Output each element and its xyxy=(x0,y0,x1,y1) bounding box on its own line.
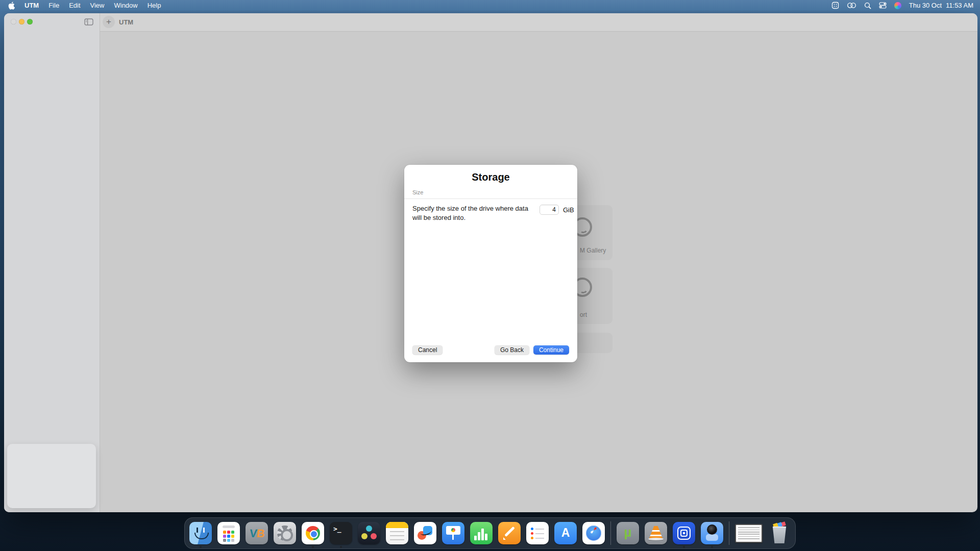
vm-sidebar xyxy=(4,13,100,512)
spotlight-icon[interactable] xyxy=(864,2,871,9)
dock-item-screen-studio[interactable] xyxy=(701,517,723,549)
dock-divider xyxy=(729,521,729,545)
menu-item-window[interactable]: Window xyxy=(114,2,137,9)
chrome-icon xyxy=(302,522,324,544)
dock-item-utm[interactable] xyxy=(673,517,695,549)
continue-button[interactable]: Continue xyxy=(533,345,569,355)
dock-item-keynote[interactable] xyxy=(442,517,464,549)
screen-studio-icon xyxy=(701,522,723,544)
menu-item-utm[interactable]: UTM xyxy=(24,2,39,9)
reminders-icon xyxy=(526,522,549,544)
menu-bar: UTMFileEditViewWindowHelp Thu 30 Oct 11:… xyxy=(0,0,980,11)
card-label: M Gallery xyxy=(580,247,606,254)
dock-item-numbers[interactable] xyxy=(470,517,493,549)
app-store-icon xyxy=(554,522,577,544)
menu-item-help[interactable]: Help xyxy=(148,2,161,9)
size-section-label: Size xyxy=(412,189,423,195)
screen-mirroring-icon[interactable] xyxy=(847,2,856,9)
dialog-divider xyxy=(404,198,577,199)
pages-icon xyxy=(498,522,521,544)
safari-icon xyxy=(582,522,605,544)
dock-item-terminal[interactable] xyxy=(330,517,352,549)
dock-item-vlc[interactable] xyxy=(645,517,667,549)
dock-item-system-settings[interactable] xyxy=(274,517,296,549)
virtualbuddy-icon xyxy=(246,522,268,544)
dock-item-trash[interactable] xyxy=(768,517,791,549)
dock-item-notes[interactable] xyxy=(386,517,408,549)
notes-icon xyxy=(386,522,408,544)
dock-item-pages[interactable] xyxy=(498,517,521,549)
dock-divider xyxy=(610,521,611,545)
sidebar-panel xyxy=(7,444,96,508)
menubar-time: 11:53 AM xyxy=(946,2,973,9)
dialog-title: Storage xyxy=(404,171,577,183)
device-frame-icon[interactable] xyxy=(831,2,839,9)
desktop: UTMFileEditViewWindowHelp Thu 30 Oct 11:… xyxy=(0,0,980,551)
numbers-icon xyxy=(470,522,493,544)
card-label: ort xyxy=(580,311,587,318)
size-unit-label: GiB xyxy=(563,206,574,214)
new-vm-button[interactable]: + xyxy=(103,16,115,28)
finder-icon xyxy=(189,522,212,544)
keynote-icon xyxy=(442,522,464,544)
running-indicator xyxy=(312,546,314,548)
running-indicator xyxy=(340,546,342,548)
dock-item-finder[interactable] xyxy=(189,517,212,549)
dock-item-utorrent[interactable] xyxy=(617,517,639,549)
control-center-icon[interactable] xyxy=(879,2,887,9)
storage-dialog: Storage Size Specify the size of the dri… xyxy=(404,165,577,362)
dock-item-safari[interactable] xyxy=(582,517,605,549)
dock-item-virtualbuddy[interactable] xyxy=(246,517,268,549)
terminal-icon xyxy=(330,522,352,544)
trash-icon xyxy=(768,522,791,544)
running-indicator xyxy=(200,546,202,548)
sidebar-toggle-icon[interactable] xyxy=(84,18,93,26)
launchpad-icon xyxy=(217,522,240,544)
menu-item-view[interactable]: View xyxy=(90,2,105,9)
dock xyxy=(184,517,796,549)
menubar-date: Thu 30 Oct xyxy=(909,2,942,9)
running-indicator xyxy=(711,546,713,548)
zoom-button[interactable] xyxy=(27,19,33,24)
size-description: Specify the size of the drive where data… xyxy=(412,204,534,222)
running-indicator xyxy=(683,546,685,548)
cancel-button[interactable]: Cancel xyxy=(412,345,443,355)
dock-item-app-store[interactable] xyxy=(554,517,577,549)
system-settings-icon xyxy=(274,522,296,544)
dock-item-chrome[interactable] xyxy=(302,517,324,549)
window-title: UTM xyxy=(119,18,133,26)
siri-icon[interactable] xyxy=(894,2,901,9)
window-titlebar xyxy=(100,13,977,32)
dock-item-freeform[interactable] xyxy=(414,517,436,549)
vlc-icon xyxy=(645,522,667,544)
dock-item-minimized-window[interactable] xyxy=(735,517,763,549)
close-button[interactable] xyxy=(11,19,16,24)
minimized-window-icon xyxy=(735,524,763,543)
apple-icon[interactable] xyxy=(8,2,15,10)
size-input[interactable] xyxy=(540,205,559,215)
utorrent-icon xyxy=(617,522,639,544)
dock-item-reminders[interactable] xyxy=(526,517,549,549)
dock-item-davinci-resolve[interactable] xyxy=(358,517,380,549)
utm-icon xyxy=(673,522,695,544)
go-back-button[interactable]: Go Back xyxy=(495,345,529,355)
menubar-clock[interactable]: Thu 30 Oct 11:53 AM xyxy=(909,2,973,9)
freeform-icon xyxy=(414,522,436,544)
menu-item-file[interactable]: File xyxy=(48,2,59,9)
davinci-resolve-icon xyxy=(358,522,380,544)
minimize-button[interactable] xyxy=(19,19,24,24)
menu-item-edit[interactable]: Edit xyxy=(69,2,80,9)
dock-item-launchpad[interactable] xyxy=(217,517,240,549)
